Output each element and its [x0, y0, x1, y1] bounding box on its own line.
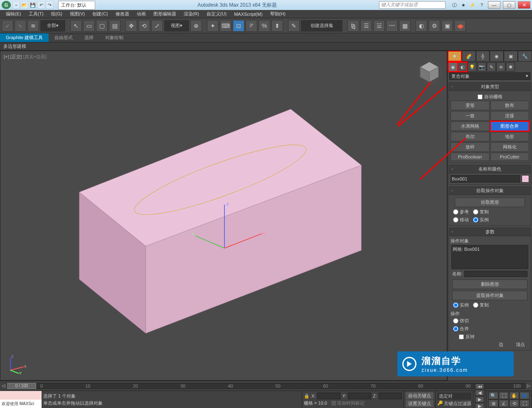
selset-icon[interactable]: ✎ — [288, 20, 300, 32]
rollout-header[interactable]: -拾取操作对象 — [449, 187, 531, 195]
modify-tab-icon[interactable]: 🌈 — [462, 51, 476, 62]
align-icon[interactable]: ☰ — [360, 20, 372, 32]
mirror-icon[interactable]: ⧎ — [347, 20, 359, 32]
timeline-prev-icon[interactable]: ◁ — [2, 383, 5, 388]
filter-selector[interactable]: 全部 ▾ — [40, 20, 65, 32]
script-listener[interactable]: 欢迎使用 MAXSci — [0, 391, 42, 408]
extract-operand-button[interactable]: 提取操作对象 — [452, 291, 527, 300]
workspace-selector[interactable]: 工作台: 默认 — [58, 1, 95, 10]
add-timetag[interactable]: 添加时间标记 — [337, 401, 365, 406]
render-setup-icon[interactable]: ⚙ — [429, 20, 440, 32]
snap-icon[interactable]: ⊡ — [233, 20, 244, 32]
radio-ext-copy[interactable]: 复制 — [473, 302, 489, 308]
time-slider[interactable]: 0 / 100 0102030405060708090100 — [7, 383, 525, 389]
menu-animation[interactable]: 动画 — [133, 10, 149, 18]
maximize-button[interactable]: ▢ — [503, 1, 515, 9]
pan-icon[interactable]: ✋ — [509, 392, 519, 399]
layers-icon[interactable]: ☱ — [373, 20, 385, 32]
selset-input[interactable]: 创建选择集 — [301, 20, 342, 32]
z-input[interactable] — [379, 393, 402, 399]
menu-view[interactable]: 视图(V) — [66, 10, 89, 18]
shapes-tab-icon[interactable]: ◐ — [458, 62, 467, 72]
radio-cookie[interactable]: 饼切 — [453, 318, 469, 324]
qat-redo-icon[interactable]: ↷ — [46, 1, 53, 9]
material-editor-icon[interactable]: ◐ — [416, 20, 427, 32]
zoom-icon[interactable]: 🔍 — [488, 392, 498, 399]
btn-connect[interactable]: 连接 — [490, 111, 530, 121]
prev-frame-icon[interactable]: ◀ — [475, 390, 484, 396]
close-button[interactable]: ✕ — [518, 1, 530, 9]
rollout-header[interactable]: -对象类型 — [449, 83, 531, 91]
btn-terrain[interactable]: 地形 — [490, 132, 530, 141]
ribbon-freeform[interactable]: 自由形式 — [49, 33, 79, 42]
cameras-tab-icon[interactable]: 📷 — [477, 62, 486, 72]
select-icon[interactable]: ↖ — [70, 20, 82, 32]
menu-edit[interactable]: 编辑(E) — [2, 10, 25, 18]
radio-ext-instance[interactable]: 实例 — [453, 302, 469, 308]
refcoord-selector[interactable]: 视图 ▾ — [164, 20, 189, 32]
help-icon[interactable]: ? — [478, 1, 485, 9]
rotate-icon[interactable]: ⟲ — [138, 20, 150, 32]
manipulate-icon[interactable]: ✦ — [207, 20, 219, 32]
systems-tab-icon[interactable]: ✱ — [506, 62, 515, 72]
ribbon-select[interactable]: 选择 — [79, 33, 99, 42]
pick-shape-button[interactable]: 拾取图形 — [455, 198, 525, 207]
ribbon-graphite[interactable]: Graphite 建模工具 — [0, 33, 49, 42]
goto-start-icon[interactable]: ⏮ — [475, 383, 484, 389]
category-dropdown[interactable]: 复合对象▾ — [449, 72, 530, 80]
menu-help[interactable]: 帮助(H) — [267, 10, 289, 18]
next-frame-icon[interactable]: ▶ — [475, 403, 484, 408]
app-logo[interactable]: G — [2, 1, 11, 9]
btn-proboolean[interactable]: ProBoolean — [451, 153, 490, 161]
btn-boolean[interactable]: 布尔 — [451, 132, 490, 141]
setkey-button[interactable]: 设置关键点 — [406, 400, 433, 407]
btn-morph[interactable]: 变形 — [451, 101, 490, 110]
menu-maxscript[interactable]: MAXScript(M) — [231, 11, 266, 17]
maximize-viewport-icon[interactable]: ⛶ — [520, 400, 530, 407]
radio-move[interactable]: 移动 — [453, 217, 469, 223]
zoom-extents-icon[interactable]: ⛶ — [499, 392, 509, 399]
search-input[interactable]: 键入关键字或短语 — [379, 1, 446, 9]
percent-snap-icon[interactable]: % — [259, 20, 270, 32]
btn-shapemerge[interactable]: 图形合并 — [490, 121, 530, 131]
menu-group[interactable]: 组(G) — [48, 10, 66, 18]
btn-procutter[interactable]: ProCutter — [490, 153, 530, 161]
viewcube[interactable] — [417, 59, 442, 84]
object-name-input[interactable] — [451, 175, 520, 183]
qat-new-icon[interactable]: ▫ — [12, 1, 20, 9]
zoom-all-icon[interactable]: ⊞ — [488, 400, 498, 407]
spinner-snap-icon[interactable]: ⬍ — [271, 20, 283, 32]
keymode-icon[interactable]: ⌨ — [220, 20, 232, 32]
radio-merge[interactable]: 合并 — [453, 326, 469, 332]
menu-render[interactable]: 渲染(R) — [180, 10, 202, 18]
display-tab-icon[interactable]: ▣ — [504, 51, 518, 62]
y-input[interactable] — [348, 393, 371, 399]
radio-copy[interactable]: 复制 — [473, 209, 489, 215]
pivot-icon[interactable]: ⊕ — [190, 20, 202, 32]
render-icon[interactable]: 🫖 — [454, 20, 466, 32]
btn-conform[interactable]: 一致 — [451, 111, 490, 121]
angle-snap-icon[interactable]: 3° — [246, 20, 257, 32]
keyfilter-button[interactable]: 关键点过滤器 — [444, 401, 471, 407]
select-name-icon[interactable]: ▭ — [83, 20, 95, 32]
move-icon[interactable]: ✥ — [126, 20, 137, 32]
minimize-button[interactable]: — — [488, 1, 500, 9]
menu-modifier[interactable]: 修改器 — [112, 10, 133, 18]
lights-tab-icon[interactable]: 💡 — [468, 62, 477, 72]
spacewarps-tab-icon[interactable]: ≋ — [496, 62, 505, 72]
schematic-icon[interactable]: ▦ — [399, 20, 411, 32]
lock-icon[interactable]: 🔒 — [304, 393, 310, 399]
bind-icon[interactable]: ≋ — [27, 20, 39, 32]
time-slider-handle[interactable]: 0 / 100 — [7, 383, 36, 389]
qat-undo-icon[interactable]: ↶ — [37, 1, 45, 9]
link-icon[interactable]: ⚡ — [469, 1, 476, 9]
ribbon-paint[interactable]: 对象绘制 — [99, 33, 129, 42]
walk-icon[interactable]: 👣 — [520, 392, 530, 399]
info-icon[interactable]: ⓘ — [451, 1, 458, 9]
render-frame-icon[interactable]: ▣ — [441, 20, 453, 32]
geometry-tab-icon[interactable]: ◉ — [448, 62, 458, 72]
create-tab-icon[interactable]: ✹ — [448, 51, 462, 62]
window-crossing-icon[interactable]: ▤ — [109, 20, 121, 32]
menu-grapheditor[interactable]: 图形编辑器 — [150, 10, 180, 18]
star-icon[interactable]: ★ — [460, 1, 467, 9]
